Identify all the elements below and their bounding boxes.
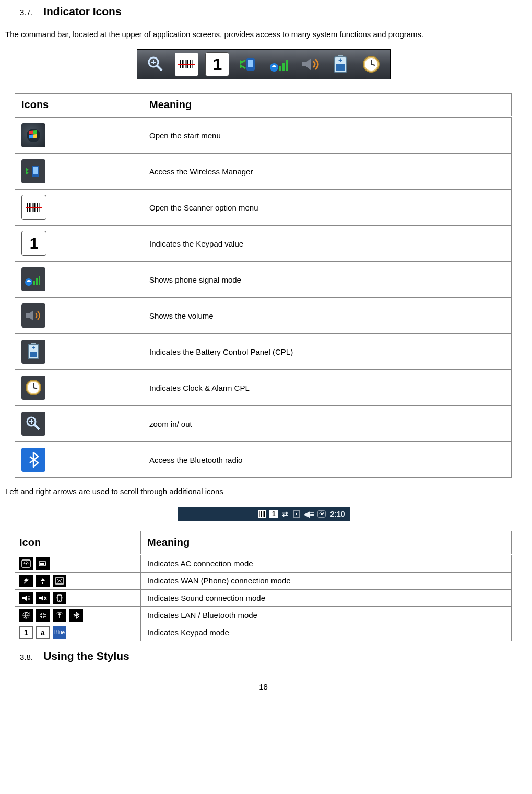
- svg-rect-32: [29, 135, 33, 139]
- wan-mode-icons: [19, 575, 134, 587]
- table1-header-icons: Icons: [15, 93, 143, 117]
- svg-marker-37: [26, 171, 29, 175]
- clock-icon: [360, 53, 383, 76]
- table-cell: Indicates Clock & Alarm CPL: [143, 370, 512, 406]
- svg-point-93: [58, 613, 61, 615]
- svg-text:+: +: [338, 56, 342, 64]
- table-cell: Indicates the Battery Control Panel (CPL…: [143, 334, 512, 370]
- svg-marker-20: [302, 58, 311, 71]
- volume-icon: [299, 53, 322, 76]
- svg-rect-31: [33, 130, 37, 134]
- keypad-small-icon: 1: [269, 510, 278, 518]
- table-cell: Access the Bluetooth radio: [143, 442, 512, 478]
- start-icon: [21, 123, 45, 147]
- zoom-icon: [21, 412, 45, 436]
- svg-marker-82: [22, 596, 27, 601]
- lan-small-icon: ⇄: [281, 510, 289, 518]
- svg-rect-17: [279, 66, 281, 71]
- table-cell: zoom in/ out: [143, 406, 512, 442]
- svg-rect-48: [39, 276, 40, 285]
- svg-marker-49: [26, 310, 33, 321]
- ac-mode-icons: [19, 557, 134, 570]
- svg-rect-18: [282, 63, 285, 71]
- svg-rect-33: [33, 134, 37, 138]
- table1-header-meaning: Meaning: [143, 93, 512, 117]
- table-cell: Access the Wireless Manager: [143, 154, 512, 190]
- section-heading-3-8: 3.8. Using the Stylus: [20, 650, 522, 662]
- scanner-small-icon: [258, 510, 266, 518]
- section-title: Indicator Icons: [43, 5, 121, 17]
- scanner-icon: [21, 195, 46, 220]
- keypad-mode-icons: 1 a Blue: [19, 626, 134, 639]
- svg-text:+: +: [29, 611, 31, 615]
- command-bar-figure: 1 +: [137, 49, 391, 79]
- page-number: 18: [5, 682, 522, 691]
- svg-rect-23: [336, 64, 345, 71]
- table-cell: Open the Scanner option menu: [143, 190, 512, 226]
- table2-header-meaning: Meaning: [141, 530, 512, 554]
- intro-paragraph: The command bar, located at the upper of…: [5, 29, 522, 40]
- section-number: 3.7.: [20, 8, 33, 17]
- section-heading-3-7: 3.7. Indicator Icons: [20, 5, 522, 18]
- wireless-icon: [21, 159, 45, 183]
- svg-rect-30: [29, 131, 33, 135]
- keypad-icon: 1: [205, 52, 229, 76]
- svg-line-59: [34, 425, 39, 429]
- svg-rect-47: [36, 278, 38, 285]
- battery-icon: +: [329, 53, 352, 76]
- svg-rect-46: [33, 281, 35, 285]
- table-cell: Indicates WAN (Phone) connection mode: [141, 572, 512, 589]
- sound-mode-icons: [19, 592, 134, 604]
- table-cell: Open the start menu: [143, 117, 512, 154]
- svg-marker-15: [240, 64, 243, 68]
- wireless-icon: [237, 53, 260, 76]
- svg-line-1: [157, 66, 162, 71]
- taskbar-time: 2:10: [329, 510, 347, 518]
- table-cell: Indicates the Keypad value: [143, 226, 512, 262]
- scanner-icon: [175, 53, 198, 76]
- svg-rect-19: [286, 60, 288, 71]
- section-title: Using the Stylus: [43, 650, 129, 662]
- svg-rect-78: [42, 582, 43, 584]
- status-icons-table: Icon Meaning Indicates AC connection mod…: [15, 530, 512, 641]
- svg-point-73: [26, 563, 27, 564]
- svg-marker-86: [39, 596, 43, 601]
- svg-point-90: [59, 600, 60, 601]
- table-cell: Shows phone signal mode: [143, 262, 512, 298]
- svg-point-71: [321, 513, 323, 515]
- wan-small-icon: [292, 510, 301, 518]
- clock-icon: [21, 376, 45, 400]
- svg-marker-14: [240, 60, 243, 64]
- taskbar-figure: 1 ⇄ ◀≡ 2:10: [178, 507, 350, 521]
- table-cell: Indicates LAN / Bluetooth mode: [141, 606, 512, 624]
- mid-paragraph: Left and right arrows are used to scroll…: [5, 486, 522, 497]
- svg-rect-75: [45, 563, 46, 565]
- zoom-icon: [144, 53, 167, 76]
- sound-small-icon: ◀≡: [304, 510, 314, 518]
- table-cell: Indicates Keypad mode: [141, 624, 512, 641]
- table-cell: Indicates AC connection mode: [141, 554, 512, 572]
- keypad-icon: 1: [21, 231, 46, 256]
- table2-header-icon: Icon: [15, 530, 141, 554]
- bluetooth-icon: [21, 448, 45, 472]
- section-number: 3.8.: [20, 652, 33, 661]
- volume-icon: [21, 303, 45, 328]
- svg-rect-52: [30, 352, 37, 357]
- ac-small-icon: [317, 510, 326, 518]
- svg-rect-13: [248, 60, 253, 67]
- svg-rect-76: [40, 563, 44, 565]
- svg-text:+: +: [31, 344, 35, 352]
- svg-rect-35: [33, 167, 38, 174]
- signal-icon: [268, 53, 291, 76]
- table-cell: Shows the volume: [143, 298, 512, 334]
- lan-bt-mode-icons: +: [19, 609, 134, 622]
- icons-meaning-table: Icons Meaning Open the start menu Access…: [15, 92, 512, 478]
- battery-icon: +: [21, 340, 45, 364]
- signal-icon: [21, 267, 45, 291]
- table-cell: Indicates Sound connection mode: [141, 589, 512, 606]
